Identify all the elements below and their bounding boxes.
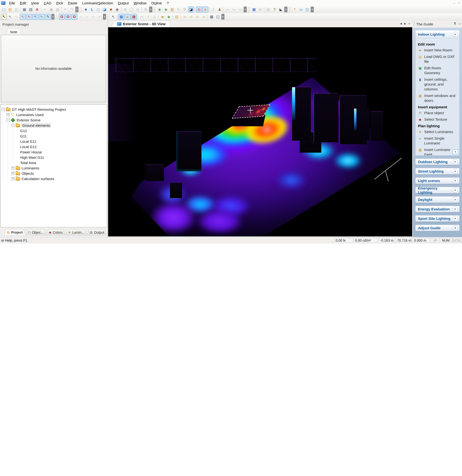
paste-button[interactable]: ▨: [55, 7, 60, 12]
anaglyph-color-button[interactable]: ∞: [231, 7, 237, 12]
tab-exterior-scene-3d-view[interactable]: Exterior Scene - 3D View: [111, 21, 170, 27]
insert-mast-button[interactable]: ↥: [210, 7, 216, 12]
expand-icon[interactable]: +: [7, 113, 10, 116]
move-object-tool[interactable]: +: [97, 14, 102, 20]
film-clapper-button[interactable]: ◣: [278, 7, 284, 12]
select-luminaires-tool[interactable]: ↖: [1, 14, 7, 20]
expand-section-icon[interactable]: »: [453, 178, 458, 183]
copy-button[interactable]: ▣: [49, 7, 54, 12]
tree-item-calculation-surfaces[interactable]: +Calculation surfaces: [1, 176, 107, 181]
edit-mode-button[interactable]: ✎: [175, 7, 181, 12]
select-overflow-button[interactable]: ▾: [51, 14, 55, 20]
anaglyph-dxf-button[interactable]: ∞: [237, 7, 243, 12]
select-edit-tool[interactable]: ✎: [45, 14, 51, 20]
expand-icon[interactable]: +: [11, 177, 15, 180]
menu-file[interactable]: File: [7, 0, 17, 6]
tab-objec[interactable]: ⊓Objec...: [26, 230, 46, 235]
pdf-export-button[interactable]: A: [34, 7, 40, 12]
undo-overflow-button[interactable]: ▾: [75, 7, 78, 12]
open-file-button[interactable]: ▤: [7, 7, 13, 12]
expand-section-icon[interactable]: »: [453, 187, 458, 193]
guide-section-header-light-scenes[interactable]: Light scenes»: [415, 178, 460, 184]
expand-icon[interactable]: +: [11, 172, 15, 175]
view-wireframe-button[interactable]: ◻: [95, 7, 101, 12]
toolbar-grip[interactable]: [107, 14, 109, 19]
tree-item-objects[interactable]: +Objects: [1, 171, 107, 176]
tree-item-high-mast-g11[interactable]: High Mast G11: [1, 155, 107, 160]
close-icon[interactable]: ×: [458, 1, 460, 5]
tree-item-power-house[interactable]: Power House: [1, 149, 107, 155]
zoom-window-button[interactable]: ◉: [114, 7, 120, 12]
pin-icon[interactable]: [454, 22, 456, 26]
tab-close-icon[interactable]: ×: [408, 22, 410, 26]
import-dxf-tool[interactable]: ∞: [139, 14, 145, 20]
window-overflow-button[interactable]: ▾: [311, 7, 314, 12]
rotate-90-tool[interactable]: ○: [90, 14, 96, 20]
rotate-overflow-button[interactable]: ▾: [103, 14, 106, 20]
guide-section-header-energy-evaluation[interactable]: Energy Evaluation»: [415, 206, 460, 212]
collapse-icon[interactable]: −: [2, 108, 5, 111]
rotate-z-tool[interactable]: O: [71, 14, 77, 20]
save-button[interactable]: ▥: [14, 7, 19, 12]
select-objects-tool[interactable]: ↖: [7, 14, 13, 20]
minimize-icon[interactable]: –: [453, 1, 455, 5]
split-horizontal-button[interactable]: ▭: [298, 7, 304, 12]
tree-item-ground-elements[interactable]: −Ground elements: [1, 123, 107, 128]
insert-wall-tool[interactable]: ▩: [131, 14, 137, 20]
view-overflow-button[interactable]: ▾: [149, 7, 152, 12]
menu-pick[interactable]: Pick: [54, 0, 65, 6]
arrangement-circle-tool[interactable]: ▱: [201, 14, 206, 20]
menu-window[interactable]: Window: [131, 0, 149, 6]
tab-output[interactable]: ▤Output: [87, 230, 107, 235]
new-file-button[interactable]: ▢: [1, 7, 7, 12]
expand-section-icon[interactable]: »: [453, 197, 458, 202]
guide-section-header-adjust-guide[interactable]: Adjust Guide»: [415, 225, 460, 231]
tree-item-g11[interactable]: G11: [1, 133, 107, 139]
color-palette-button[interactable]: ▥: [169, 7, 175, 12]
render-overflow-button[interactable]: ▾: [244, 7, 247, 12]
view-3d-button[interactable]: ■: [83, 7, 89, 12]
raytrace-view-button[interactable]: ◪: [188, 7, 194, 12]
expand-icon[interactable]: +: [11, 167, 15, 170]
guide-item-edit-room-geometry[interactable]: ▣Edit Room Geometry: [418, 66, 458, 75]
select-rooms-tool[interactable]: ↖: [26, 14, 32, 20]
expand-section-icon[interactable]: »: [453, 206, 458, 212]
license-key-button[interactable]: ?: [272, 7, 278, 12]
walk-mode-button[interactable]: ♟: [217, 7, 223, 12]
zoom-out-button[interactable]: ⊖: [135, 7, 141, 12]
menu-luminaire-selection[interactable]: Luminaire Selection: [80, 0, 116, 6]
panel-grip[interactable]: [413, 22, 415, 26]
undo-button[interactable]: ↶: [63, 7, 68, 12]
project-folder-tool[interactable]: ▤: [174, 14, 180, 20]
guide-item-load-dwg-or-dxf-file[interactable]: ▤Load DWG or DXF file: [418, 54, 458, 64]
tree-item-exterior-scene[interactable]: −Exterior Scene: [1, 117, 107, 123]
adjust-wrench-button[interactable]: ⚙: [143, 7, 149, 12]
measure-angle-tool[interactable]: ∠: [152, 14, 157, 20]
guide-item-insert-new-room[interactable]: ▰Insert New Room: [418, 48, 458, 53]
toolbar-grip[interactable]: [56, 14, 58, 19]
menu-output[interactable]: Output: [116, 0, 131, 6]
rendered-view-button[interactable]: ●: [202, 7, 208, 12]
quick-calculation-button[interactable]: ≫: [257, 7, 263, 12]
zoom-all-button[interactable]: ◯: [129, 7, 134, 12]
guide-item-insert-single-luminaire[interactable]: ▱Insert Single Luminaire: [418, 136, 458, 146]
tab-scroll-right-icon[interactable]: ▶: [404, 22, 406, 25]
collapse-icon[interactable]: −: [11, 124, 15, 127]
menu-view[interactable]: View: [29, 0, 41, 6]
tab-scroll-left-icon[interactable]: ◀: [400, 22, 402, 25]
expand-section-icon[interactable]: »: [453, 225, 458, 230]
guide-section-header-indoor-lighting[interactable]: Indoor Lighting«: [415, 30, 460, 38]
menu-online[interactable]: Online: [149, 0, 164, 6]
guide-item-select-texture[interactable]: ◆Select Texture: [418, 117, 458, 122]
tree-item-luminaires-used[interactable]: +Luminaires Used: [1, 112, 107, 117]
guide-section-header-emergency-lighting[interactable]: Emergency Lighting»: [415, 187, 460, 193]
tab-colors[interactable]: ◆Colors: [47, 230, 65, 235]
menu-?[interactable]: ?: [164, 0, 171, 6]
collapse-icon[interactable]: −: [7, 119, 10, 122]
expand-section-icon[interactable]: »: [453, 169, 458, 174]
tree-item-gt-high-mast-removing-project[interactable]: −GT High MAST Removing Project: [1, 107, 107, 112]
guide-section-header-outdoor-lighting[interactable]: Outdoor Lighting»: [415, 159, 460, 165]
tree-item-luminaires[interactable]: +Luminaires: [1, 165, 107, 171]
guide-section-header-sport-site-lighting[interactable]: Sport Site Lighting»: [415, 215, 460, 222]
viewport-3d[interactable]: [108, 27, 412, 237]
